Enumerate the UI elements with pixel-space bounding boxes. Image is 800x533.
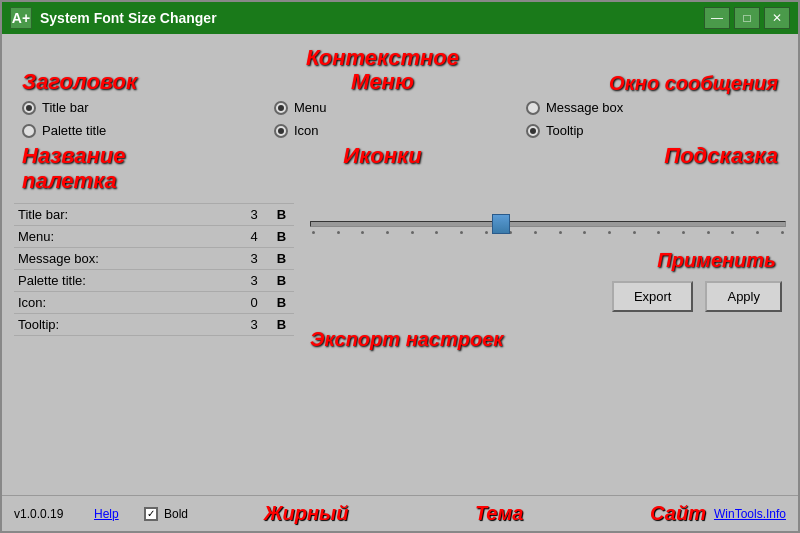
radio-message-box-circle[interactable] bbox=[526, 101, 540, 115]
slider-thumb[interactable] bbox=[492, 214, 510, 234]
right-panel: Применить Export Apply Экспорт настроек bbox=[310, 203, 786, 485]
table-row: Icon: 0 B bbox=[14, 292, 294, 314]
main-window: A+ System Font Size Changer — □ ✕ Заголо… bbox=[0, 0, 800, 533]
table-row: Tooltip: 3 B bbox=[14, 314, 294, 336]
slider-track[interactable] bbox=[310, 221, 786, 227]
radio-icon-label: Icon bbox=[294, 123, 319, 138]
radio-tooltip-circle[interactable] bbox=[526, 124, 540, 138]
table-row: Title bar: 3 B bbox=[14, 203, 294, 226]
radio-col-3: Message box Tooltip bbox=[526, 100, 778, 138]
annotation-tema: Тема bbox=[475, 502, 524, 525]
radio-icon-circle[interactable] bbox=[274, 124, 288, 138]
radio-message-box-label: Message box bbox=[546, 100, 623, 115]
radio-title-bar-label: Title bar bbox=[42, 100, 88, 115]
apply-button[interactable]: Apply bbox=[705, 281, 782, 312]
radio-menu-label: Menu bbox=[294, 100, 327, 115]
kontekstnoe-area: КонтекстноеМеню bbox=[167, 46, 598, 94]
button-row: Export Apply bbox=[310, 281, 786, 312]
content-area: Заголовок КонтекстноеМеню Окно сообщения… bbox=[2, 34, 798, 495]
radio-message-box[interactable]: Message box bbox=[526, 100, 778, 115]
export-annotation: Экспорт настроек bbox=[310, 322, 786, 352]
radio-icon[interactable]: Icon bbox=[274, 123, 526, 138]
site-link[interactable]: WinTools.Info bbox=[714, 507, 786, 521]
bold-checkbox[interactable]: ✓ bbox=[144, 507, 158, 521]
table-row: Palette title: 3 B bbox=[14, 270, 294, 292]
ikonki-area: Иконки bbox=[167, 144, 598, 168]
minimize-button[interactable]: — bbox=[704, 7, 730, 29]
annotation-zhirniy: Жирный bbox=[264, 502, 348, 525]
radio-menu[interactable]: Menu bbox=[274, 100, 526, 115]
close-button[interactable]: ✕ bbox=[764, 7, 790, 29]
bold-section: ✓ Bold bbox=[144, 507, 264, 521]
settings-table: Title bar: 3 B Menu: 4 B Message box: 3 … bbox=[14, 203, 294, 336]
okno-area: Окно сообщения bbox=[598, 72, 778, 94]
annotation-zagolovok: Заголовок bbox=[22, 69, 137, 94]
footer: v1.0.0.19 Help ✓ Bold Жирный Тема Сайт W… bbox=[2, 495, 798, 531]
annotation-okno: Окно сообщения bbox=[609, 72, 778, 94]
version-label: v1.0.0.19 bbox=[14, 507, 94, 521]
window-controls: — □ ✕ bbox=[704, 7, 790, 29]
maximize-button[interactable]: □ bbox=[734, 7, 760, 29]
left-panel: Title bar: 3 B Menu: 4 B Message box: 3 … bbox=[14, 203, 294, 485]
annotation-eksport: Экспорт настроек bbox=[310, 328, 503, 350]
podkazka-area: Подсказка bbox=[598, 144, 778, 168]
help-link[interactable]: Help bbox=[94, 507, 144, 521]
radio-palette-title-circle[interactable] bbox=[22, 124, 36, 138]
annotation-sait: Сайт bbox=[650, 502, 706, 525]
slider-container bbox=[310, 203, 786, 239]
top-annotation-row: Заголовок КонтекстноеМеню Окно сообщения bbox=[14, 44, 786, 94]
bold-label: Bold bbox=[164, 507, 188, 521]
radio-title-bar[interactable]: Title bar bbox=[22, 100, 274, 115]
annotation-ikonki: Иконки bbox=[343, 143, 421, 168]
nazvanie-area: Названиепалетка bbox=[22, 144, 167, 192]
annotation-kontekstnoe: КонтекстноеМеню bbox=[306, 45, 459, 94]
titlebar: A+ System Font Size Changer — □ ✕ bbox=[2, 2, 798, 34]
annotation-podkazka: Подсказка bbox=[664, 143, 778, 168]
window-title: System Font Size Changer bbox=[40, 10, 704, 26]
zagolovok-area: Заголовок bbox=[22, 70, 167, 94]
radio-menu-circle[interactable] bbox=[274, 101, 288, 115]
main-area: Title bar: 3 B Menu: 4 B Message box: 3 … bbox=[14, 203, 786, 485]
export-button[interactable]: Export bbox=[612, 281, 694, 312]
footer-annotation-row: Жирный Тема Сайт bbox=[264, 502, 706, 525]
radio-col-2: Menu Icon bbox=[274, 100, 526, 138]
radio-col-1: Title bar Palette title bbox=[22, 100, 274, 138]
radio-section: Title bar Palette title Menu Icon bbox=[14, 100, 786, 138]
slider-dots bbox=[310, 227, 786, 234]
radio-tooltip[interactable]: Tooltip bbox=[526, 123, 778, 138]
radio-tooltip-label: Tooltip bbox=[546, 123, 584, 138]
radio-palette-title-label: Palette title bbox=[42, 123, 106, 138]
annotation-nazvanie: Названиепалетка bbox=[22, 143, 126, 192]
app-icon: A+ bbox=[10, 7, 32, 29]
radio-title-bar-circle[interactable] bbox=[22, 101, 36, 115]
annotation-row-2: Названиепалетка Иконки Подсказка bbox=[14, 144, 786, 192]
table-row: Menu: 4 B bbox=[14, 226, 294, 248]
apply-annotation: Применить bbox=[310, 249, 786, 271]
table-row: Message box: 3 B bbox=[14, 248, 294, 270]
radio-palette-title[interactable]: Palette title bbox=[22, 123, 274, 138]
annotation-primenit: Применить bbox=[657, 249, 776, 271]
